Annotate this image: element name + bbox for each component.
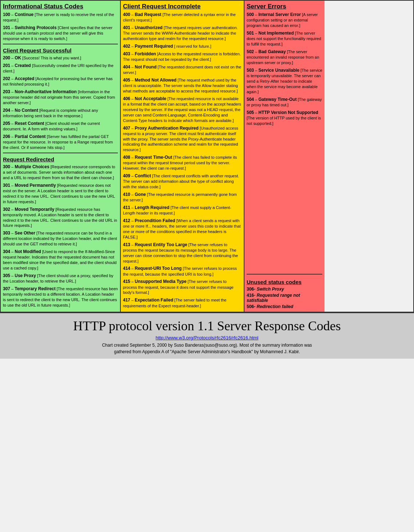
code-503: 503 – Service Unavailable [The service i… [247,67,322,95]
code-406: 406 – Not Acceptable [The requested reso… [123,96,242,123]
code-410: 410 – Gone [The requested resource is pe… [123,192,242,203]
footer-credits: Chart created September 5, 2000 by Suso … [4,342,410,355]
footer-title: HTTP protocol version 1.1 Server Respons… [4,318,410,334]
code-200: 200 – OK [Success! This is what you want… [3,55,118,61]
server-errors-header: Server Errors [247,3,322,10]
unused-506: 506- Redirection failed [247,304,322,309]
code-409: 409 – Conflict [The client request confl… [123,173,242,190]
code-500: 500 – Internal Server Error [A server co… [247,12,322,28]
divider-1 [3,44,118,44]
code-304: 304 – Not Modified [Used to respond to t… [3,249,118,271]
code-101: 101 – Switching Protocols [Client specif… [3,25,118,42]
divider-2 [3,153,118,153]
request-redirected-header: Request Redirected [3,156,118,162]
code-400: 400 – Bad Request [The server detected a… [123,12,242,23]
unused-416: 416- Requested range not satisfiable [247,293,322,303]
code-401: 401 – Unauthorized [The request requires… [123,25,242,42]
unused-section: Unused status codes 306- Switch Proxy 41… [247,274,322,310]
code-302: 302 – Moved Temporarily [Requested resou… [3,206,118,229]
code-403: 403 – Forbidden [Access to the requested… [123,51,242,62]
code-413: 413 – Request Entity Too Large [The serv… [123,242,242,264]
code-417: 417 – Expectation Failed [The server fai… [123,297,242,308]
code-206: 206 – Partial Content [Server has fulfil… [3,134,118,150]
client-successful-header: Client Request Successful [3,47,118,54]
code-201: 201 – Created [Successfully created the … [3,63,118,74]
code-411: 411 – Length Required [The client must s… [123,205,242,216]
code-404: 404 – Not Found [The requested document … [123,64,242,75]
informational-header: Informational Status Codes [3,3,118,10]
code-202: 202 – Accepted [Accepted for processing … [3,76,118,87]
col-client: Client Request Incomplete 400 – Bad Requ… [121,1,244,312]
col-server: Server Errors 500 – Internal Server Erro… [244,1,325,312]
code-501: 501 – Not Implemented [The server does n… [247,30,322,47]
code-412: 412 – Precondition Failed [When a client… [123,218,242,240]
code-307: 307 – Temporary Redirect [The requested … [3,286,118,308]
code-305: 305 – Use Proxy [The client should use a… [3,273,118,284]
unused-header: Unused status codes [247,279,322,285]
code-407: 407 – Proxy Authentication Required [Una… [123,125,242,153]
code-301: 301 – Moved Permanently [Requested resou… [3,182,118,205]
code-405: 405 – Method Not Allowed [The request me… [123,77,242,94]
client-incomplete-header: Client Request Incomplete [123,3,242,10]
code-203: 203 – Non-Authoritative Information [Inf… [3,89,118,106]
code-402: 402 – Payment Required [ reserved for fu… [123,43,242,49]
code-100: 100 – Continue [The server is ready to r… [3,12,118,23]
code-408: 408 – Request Time-Out [The client has f… [123,154,242,171]
unused-306: 306- Switch Proxy [247,287,322,292]
code-415: 415 – Unsupported Media Type [The server… [123,279,242,295]
code-204: 204 – No Content [Request is complete wi… [3,107,118,119]
code-205: 205 – Reset Content [Client should reset… [3,121,118,132]
code-504: 504 – Gateway Time-Out [The gateway or p… [247,96,322,108]
col-informational: Informational Status Codes 100 – Continu… [1,1,121,312]
code-303: 303 – See Other [The requested resource … [3,230,118,247]
code-505: 505 – HTTP Version Not Supported [The ve… [247,110,322,126]
code-414: 414 – Request-URI Too Long [The server r… [123,265,242,277]
server-top: Server Errors 500 – Internal Server Erro… [247,2,322,267]
footer-url[interactable]: http://www.w3.org/Protocols/rfc2616/rfc2… [4,335,410,340]
main-grid: Informational Status Codes 100 – Continu… [0,0,414,312]
footer: HTTP protocol version 1.1 Server Respons… [0,312,414,359]
code-502: 502 – Bad Gateway [The server encountere… [247,49,322,66]
code-300: 300 – Multiple Choices [Requested resour… [3,164,118,181]
